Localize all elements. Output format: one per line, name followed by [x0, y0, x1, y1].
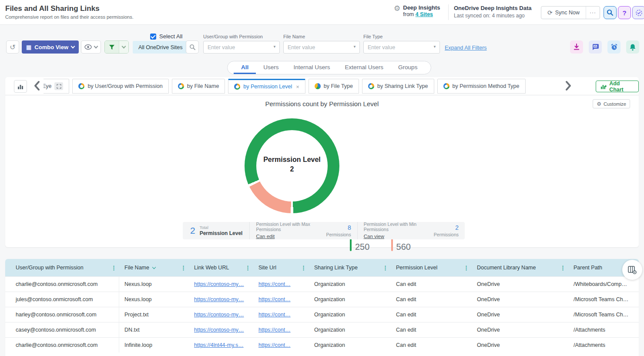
cell-document-library: OneDrive — [472, 277, 568, 292]
global-search-button[interactable] — [604, 6, 617, 19]
schedule-button[interactable] — [607, 40, 621, 54]
column-menu-icon[interactable]: ⋮ — [560, 265, 566, 271]
max-permission-link[interactable]: Can edit — [256, 234, 275, 239]
link-web-url[interactable]: https://4lnt44-my.s… — [194, 342, 244, 348]
select-all-label: Select All — [159, 33, 182, 40]
chart-tab-by-sharing-link-type[interactable]: by Sharing Link Type — [362, 79, 434, 94]
stat-min: Permission Level with Min Permissions Ca… — [358, 222, 465, 240]
column-menu-icon[interactable]: ⋮ — [111, 265, 117, 271]
tab-users[interactable]: Users — [256, 61, 286, 74]
sync-button-group: ⟳ Sync Now ··· — [541, 6, 600, 19]
tab-all[interactable]: All — [234, 61, 256, 74]
chart-title: Permissions count by Permission Level — [5, 100, 639, 107]
filter-chevron-button[interactable] — [119, 41, 128, 53]
sync-icon: ⟳ — [547, 9, 553, 16]
stat-total-value: 2 — [190, 225, 195, 236]
cell-file-name: DN.txt — [119, 322, 189, 337]
select-all-group: Select All — [150, 33, 182, 40]
column-menu-icon[interactable]: ⋮ — [245, 265, 251, 271]
column-menu-icon[interactable]: ⋮ — [463, 265, 469, 271]
close-icon[interactable]: × — [296, 84, 299, 90]
combo-view-grid-icon: ▦ — [26, 44, 31, 50]
chart-tab-by-file-name[interactable]: by File Name — [172, 79, 225, 94]
notifications-button[interactable] — [626, 40, 639, 54]
cell-file-name: Nexus.loop — [119, 292, 189, 307]
combo-view-dropdown[interactable]: ▦ Combo View — [22, 40, 79, 54]
expand-all-filters-link[interactable]: Expand All Filters — [445, 45, 487, 51]
funnel-icon — [109, 44, 115, 50]
table-search-button[interactable] — [186, 40, 199, 54]
sync-now-button[interactable]: ⟳ Sync Now — [541, 7, 586, 19]
user-group-filter-input[interactable] — [203, 41, 280, 54]
chart-tabs: l's Eye by User/Group with Permission by… — [44, 79, 561, 95]
chart-tab-birds-eye[interactable]: l's Eye — [44, 79, 69, 94]
column-menu-icon[interactable]: ⋮ — [301, 265, 306, 271]
cell-sharing-link-type: Organization — [309, 277, 391, 292]
col-link-web-url[interactable]: Link Web URL ⋮ — [189, 259, 253, 276]
scope-chip[interactable]: All OneDrive Sites — [133, 41, 188, 54]
link-web-url[interactable]: https://contoso-my… — [194, 327, 244, 333]
link-web-url[interactable]: https://contoso-my… — [194, 296, 244, 302]
add-chart-icon — [600, 84, 607, 90]
site-url-link[interactable]: https://cont… — [258, 312, 291, 318]
tab-groups[interactable]: Groups — [391, 61, 425, 74]
sync-more-button[interactable]: ··· — [586, 7, 600, 19]
cell-permission-level: Can edit — [391, 307, 472, 322]
file-name-filter-input[interactable] — [283, 41, 360, 54]
status-check-icon — [635, 9, 643, 17]
tab-internal-users[interactable]: Internal Users — [286, 61, 338, 74]
link-web-url[interactable]: https://contoso-my… — [194, 281, 244, 287]
col-document-library[interactable]: Document Library Name ⋮ — [472, 259, 568, 276]
cell-document-library: OneDrive — [472, 338, 568, 353]
col-user-group[interactable]: User/Group with Permission ⋮ — [5, 259, 119, 276]
col-file-name[interactable]: File Name ⋮ — [119, 259, 189, 276]
file-type-filter-input[interactable] — [363, 41, 440, 54]
min-permission-link[interactable]: Can view — [364, 234, 384, 239]
download-button[interactable] — [570, 40, 583, 54]
site-url-link[interactable]: https://cont… — [258, 342, 291, 348]
chart-tab-by-file-type[interactable]: by File Type — [309, 79, 359, 94]
chevron-down-icon — [122, 44, 126, 49]
column-menu-icon[interactable]: ⋮ — [382, 265, 388, 271]
sites-link[interactable]: 4 Sites — [416, 11, 433, 17]
scroll-tabs-right-button[interactable] — [564, 81, 572, 93]
stat-max: Permission Level with Max Permissions Ca… — [250, 222, 357, 240]
expand-icon[interactable] — [54, 82, 63, 90]
column-chooser-button[interactable] — [622, 260, 642, 280]
filter-dropdown[interactable] — [104, 40, 129, 54]
cell-document-library: OneDrive — [472, 307, 568, 322]
data-table: User/Group with Permission ⋮ File Name ⋮… — [5, 259, 639, 356]
download-icon — [573, 44, 580, 50]
filter-label: File Name — [283, 34, 360, 39]
chart-tab-by-permission-level[interactable]: by Permission Level × — [228, 79, 305, 94]
chart-tab-by-permission-method-type[interactable]: by Permission Method Type — [437, 79, 526, 94]
filter-button[interactable] — [105, 41, 119, 53]
eye-icon — [84, 44, 92, 50]
site-url-link[interactable]: https://cont… — [258, 281, 291, 287]
col-site-url[interactable]: Site Url ⋮ — [253, 259, 309, 276]
add-chart-button[interactable]: Add Chart — [596, 81, 639, 92]
deep-insights-group: ⚙ Deep Insights from 4 Sites — [394, 4, 440, 17]
sort-desc-icon — [152, 265, 156, 269]
page-title: Files and All Sharing Links — [5, 4, 100, 13]
site-url-link[interactable]: https://cont… — [258, 296, 291, 302]
page-subtitle: Comprehensive report on files and their … — [5, 14, 134, 20]
task-status-button[interactable] — [632, 6, 644, 19]
col-sharing-link-type[interactable]: Sharing Link Type ⋮ — [309, 259, 391, 276]
reset-view-button[interactable]: ↺ — [6, 40, 19, 54]
help-button[interactable]: ? — [618, 6, 631, 19]
chart-type-button[interactable] — [14, 80, 27, 93]
site-url-link[interactable]: https://cont… — [258, 327, 291, 333]
chevron-down-icon — [94, 44, 98, 49]
tab-external-users[interactable]: External Users — [338, 61, 391, 74]
chart-tab-by-user-group[interactable]: by User/Group with Permission — [72, 79, 168, 94]
visibility-dropdown[interactable] — [81, 40, 101, 54]
feedback-button[interactable] — [589, 40, 602, 54]
scroll-tabs-left-button[interactable] — [33, 81, 41, 93]
select-all-checkbox[interactable] — [150, 34, 156, 40]
col-permission-level[interactable]: Permission Level ⋮ — [391, 259, 472, 276]
link-web-url[interactable]: https://contoso-my… — [194, 312, 244, 318]
deep-insights-from: from 4 Sites — [403, 11, 440, 17]
column-menu-icon[interactable]: ⋮ — [181, 265, 186, 271]
filter-group-filename: File Name ▼ — [283, 34, 360, 54]
